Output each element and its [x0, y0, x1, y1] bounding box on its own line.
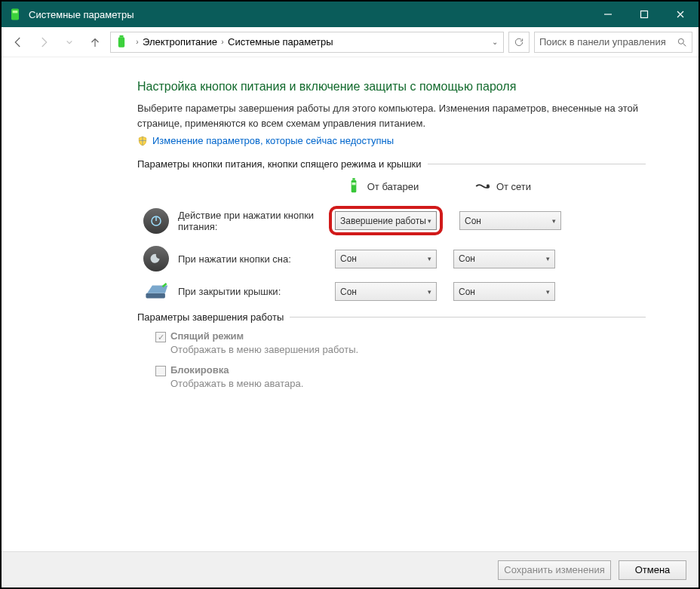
- breadcrumb[interactable]: › Электропитание › Системные параметры ⌄: [110, 32, 504, 53]
- maximize-button[interactable]: [626, 2, 662, 27]
- breadcrumb-item[interactable]: Системные параметры: [228, 36, 333, 48]
- battery-column-header: От батареи: [333, 177, 431, 195]
- power-ac-select[interactable]: Сон ▾: [459, 211, 561, 230]
- navbar: › Электропитание › Системные параметры ⌄…: [2, 27, 698, 57]
- sleep-ac-select[interactable]: Сон ▾: [453, 250, 555, 268]
- sleep-button-icon: [143, 246, 169, 271]
- close-button[interactable]: [662, 2, 698, 27]
- chevron-down-icon: ▾: [552, 217, 556, 225]
- plug-icon: [475, 177, 490, 195]
- refresh-button[interactable]: [508, 32, 530, 53]
- lock-checkbox-desc: Отображать в меню аватара.: [170, 378, 646, 389]
- lid-battery-select[interactable]: Сон ▾: [335, 282, 437, 301]
- svg-rect-3: [641, 11, 648, 18]
- svg-rect-6: [118, 37, 124, 47]
- back-button[interactable]: [8, 32, 29, 53]
- section-buttons-header: Параметры кнопки питания, кнопки спящего…: [137, 158, 646, 170]
- svg-point-8: [678, 38, 683, 44]
- history-dropdown-button[interactable]: [59, 32, 80, 53]
- app-icon: [8, 7, 23, 22]
- chevron-down-icon: ▾: [428, 255, 431, 262]
- svg-rect-12: [352, 183, 355, 185]
- lid-close-row: При закрытии крышки: Сон ▾ Сон ▾: [137, 282, 646, 301]
- svg-rect-13: [487, 185, 490, 189]
- page-heading: Настройка кнопок питания и включение защ…: [137, 80, 646, 94]
- power-button-label: Действие при нажатии кнопки питания:: [178, 210, 329, 232]
- change-unavailable-link[interactable]: Изменение параметров, которые сейчас нед…: [152, 135, 394, 146]
- section-shutdown-header: Параметры завершения работы: [137, 311, 646, 323]
- svg-rect-10: [351, 180, 356, 193]
- svg-rect-16: [146, 293, 165, 298]
- column-headers: От батареи От сети: [137, 177, 646, 195]
- svg-rect-7: [120, 35, 124, 37]
- up-button[interactable]: [84, 32, 106, 53]
- search-icon: [677, 37, 687, 48]
- chevron-down-icon: ▾: [428, 217, 431, 225]
- lid-ac-select[interactable]: Сон ▾: [453, 282, 555, 301]
- forward-button[interactable]: [33, 32, 54, 53]
- power-button-icon: [143, 208, 169, 234]
- search-placeholder: Поиск в панели управления: [539, 36, 677, 48]
- titlebar: Системные параметры: [2, 2, 698, 27]
- lid-close-label: При закрытии крышки:: [178, 286, 329, 297]
- sleep-checkbox[interactable]: [155, 332, 166, 342]
- chevron-right-icon: ›: [217, 38, 228, 46]
- minimize-button[interactable]: [590, 2, 626, 27]
- sleep-button-label: При нажатии кнопки сна:: [178, 253, 329, 265]
- power-options-icon: [114, 35, 129, 50]
- window-title: Системные параметры: [29, 9, 590, 20]
- sleep-checkbox-label: Спящий режим: [170, 330, 244, 342]
- lid-icon: [143, 283, 169, 301]
- sleep-button-row: При нажатии кнопки сна: Сон ▾ Сон ▾: [137, 246, 646, 271]
- chevron-down-icon: ▾: [546, 288, 550, 296]
- content-area: Настройка кнопок питания и включение защ…: [2, 57, 698, 389]
- power-battery-select[interactable]: Завершение работы ▾: [335, 211, 437, 230]
- svg-rect-11: [352, 178, 355, 180]
- breadcrumb-item[interactable]: Электропитание: [143, 36, 217, 48]
- sleep-battery-select[interactable]: Сон ▾: [335, 250, 437, 268]
- shield-icon: [137, 136, 148, 146]
- search-input[interactable]: Поиск в панели управления: [534, 32, 692, 53]
- svg-rect-0: [11, 9, 19, 20]
- svg-rect-1: [13, 11, 18, 13]
- lock-checkbox[interactable]: [155, 366, 166, 376]
- svg-line-9: [683, 43, 686, 46]
- page-intro: Выберите параметры завершения работы для…: [137, 101, 646, 130]
- highlight-frame: Завершение работы ▾: [329, 206, 443, 235]
- footer: Сохранить изменения Отмена: [2, 551, 698, 587]
- sleep-checkbox-desc: Отображать в меню завершения работы.: [170, 344, 646, 355]
- chevron-down-icon: ▾: [546, 255, 550, 262]
- save-button[interactable]: Сохранить изменения: [498, 560, 611, 580]
- battery-icon: [346, 177, 361, 195]
- ac-column-header: От сети: [454, 177, 552, 195]
- cancel-button[interactable]: Отмена: [619, 560, 686, 580]
- chevron-down-icon[interactable]: ⌄: [490, 38, 500, 46]
- lock-checkbox-label: Блокировка: [170, 364, 229, 376]
- chevron-right-icon: ›: [132, 38, 143, 46]
- chevron-down-icon: ▾: [428, 288, 431, 296]
- power-button-row: Действие при нажатии кнопки питания: Зав…: [137, 206, 646, 235]
